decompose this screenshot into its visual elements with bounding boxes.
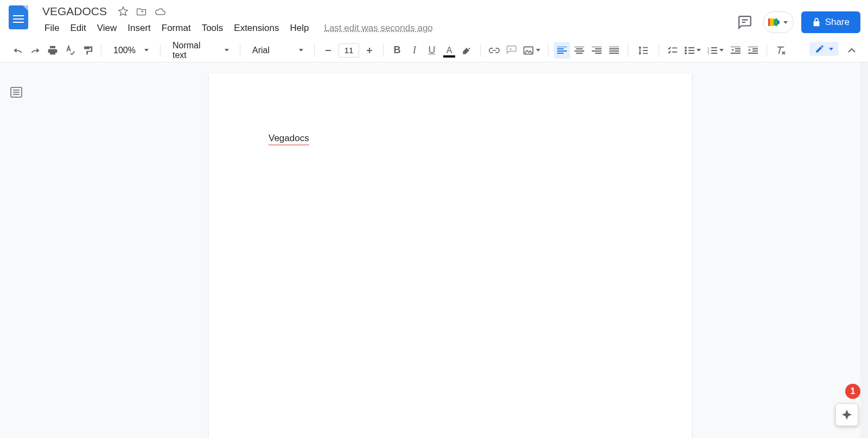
align-right-button[interactable] — [589, 42, 605, 59]
toolbar-separator — [628, 44, 628, 57]
align-center-button[interactable] — [571, 42, 588, 59]
svg-point-5 — [685, 49, 687, 52]
undo-button[interactable] — [10, 42, 26, 59]
zoom-select[interactable]: 100% — [107, 42, 155, 59]
clear-formatting-button[interactable] — [773, 42, 789, 59]
notification-count: 1 — [851, 386, 856, 396]
chevron-down-icon — [697, 49, 701, 52]
align-justify-button[interactable] — [606, 42, 622, 59]
chevron-down-icon — [829, 48, 833, 50]
insert-image-button[interactable] — [521, 42, 542, 59]
editing-mode-button[interactable] — [809, 42, 839, 56]
notification-badge[interactable]: 1 — [845, 384, 860, 399]
line-spacing-button[interactable] — [634, 42, 653, 59]
menu-tools[interactable]: Tools — [196, 21, 229, 36]
toolbar-separator — [240, 44, 240, 57]
font-select[interactable]: Arial — [246, 42, 309, 59]
align-left-button[interactable] — [554, 42, 570, 59]
toolbar-separator — [383, 44, 384, 57]
menu-bar: File Edit View Insert Format Tools Exten… — [39, 20, 734, 37]
font-size-decrease-button[interactable] — [320, 42, 336, 59]
bold-button[interactable]: B — [389, 42, 405, 59]
indent-increase-button[interactable] — [745, 42, 761, 59]
document-body-text[interactable]: Vegadocs — [269, 133, 309, 145]
chevron-down-icon — [536, 49, 540, 52]
outline-toggle-icon[interactable] — [8, 84, 24, 100]
chevron-down-icon — [144, 49, 149, 52]
svg-point-6 — [685, 52, 687, 54]
indent-decrease-button[interactable] — [727, 42, 744, 59]
toolbar-separator — [767, 44, 767, 57]
redo-button[interactable] — [27, 42, 43, 59]
title-row: VEGADOCS — [39, 3, 734, 20]
toolbar-separator — [314, 44, 315, 57]
toolbar: 100% Normal text Arial 11 B I U A — [0, 38, 868, 62]
document-title[interactable]: VEGADOCS — [39, 4, 110, 19]
highlight-button[interactable] — [458, 42, 475, 59]
app-header: VEGADOCS File Edit View Insert Format To… — [0, 0, 868, 38]
font-size-value: 11 — [344, 46, 354, 55]
menu-file[interactable]: File — [39, 21, 65, 36]
chevron-down-icon — [299, 49, 303, 52]
docs-logo-icon[interactable] — [9, 5, 28, 29]
toolbar-separator — [659, 44, 659, 57]
insert-link-button[interactable] — [486, 42, 502, 59]
toolbar-separator — [480, 44, 481, 57]
header-right: Share — [734, 3, 860, 38]
collapse-toolbar-button[interactable] — [843, 42, 860, 59]
share-label: Share — [825, 17, 850, 28]
explore-button[interactable] — [835, 403, 858, 426]
font-size-group: 11 — [320, 42, 378, 59]
last-edit-link[interactable]: Last edit was seconds ago — [324, 23, 432, 34]
move-folder-icon[interactable] — [136, 6, 147, 17]
paint-format-button[interactable] — [79, 42, 95, 59]
font-size-increase-button[interactable] — [361, 42, 378, 59]
meet-icon — [767, 17, 780, 28]
toolbar-separator — [101, 44, 101, 57]
chevron-down-icon — [225, 49, 229, 52]
cloud-status-icon[interactable] — [155, 6, 165, 17]
document-scroll-area[interactable]: Vegadocs — [33, 62, 868, 438]
meet-button[interactable] — [763, 11, 794, 33]
chevron-down-icon — [719, 49, 724, 52]
page[interactable]: Vegadocs — [209, 73, 692, 438]
style-value: Normal text — [173, 41, 216, 60]
scrollbar-track[interactable] — [860, 62, 868, 438]
underline-button[interactable]: U — [424, 42, 440, 59]
menu-extensions[interactable]: Extensions — [228, 21, 284, 36]
star-icon[interactable] — [118, 6, 129, 17]
menu-insert[interactable]: Insert — [122, 21, 156, 36]
chevron-down-icon — [783, 21, 788, 24]
text-color-button[interactable]: A — [441, 42, 457, 59]
menu-edit[interactable]: Edit — [65, 21, 91, 36]
svg-rect-2 — [369, 48, 370, 53]
comments-icon[interactable] — [734, 11, 756, 33]
insert-comment-button[interactable] — [503, 42, 520, 59]
title-column: VEGADOCS File Edit View Insert Format To… — [39, 3, 734, 38]
numbered-list-button[interactable]: 123 — [705, 42, 726, 59]
zoom-value: 100% — [113, 46, 136, 55]
logo-column — [9, 3, 39, 38]
share-button[interactable]: Share — [801, 11, 860, 33]
bulleted-list-button[interactable] — [682, 42, 704, 59]
menu-help[interactable]: Help — [284, 21, 314, 36]
svg-text:3: 3 — [707, 52, 710, 54]
menu-view[interactable]: View — [92, 21, 123, 36]
menu-format[interactable]: Format — [156, 21, 196, 36]
font-size-input[interactable]: 11 — [339, 43, 359, 58]
outline-rail — [0, 62, 33, 438]
toolbar-separator — [548, 44, 548, 57]
italic-button[interactable]: I — [406, 42, 423, 59]
svg-rect-0 — [326, 50, 331, 51]
checklist-button[interactable] — [665, 42, 681, 59]
toolbar-separator — [160, 44, 161, 57]
font-value: Arial — [252, 46, 270, 55]
spellcheck-button[interactable] — [62, 42, 78, 59]
paragraph-style-select[interactable]: Normal text — [166, 42, 234, 59]
workspace: Vegadocs — [0, 62, 868, 438]
svg-point-4 — [685, 47, 687, 49]
print-button[interactable] — [44, 42, 61, 59]
